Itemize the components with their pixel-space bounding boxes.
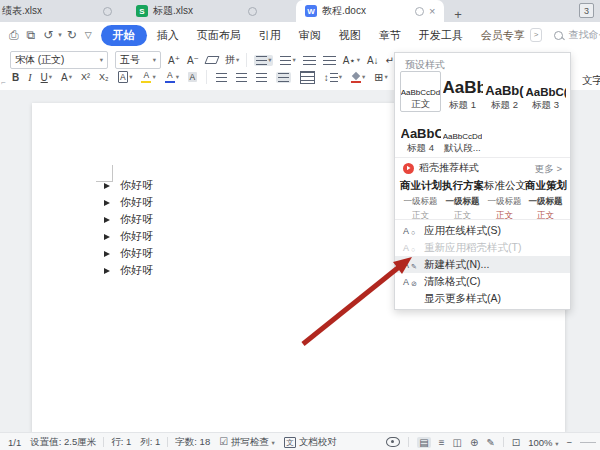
menu-apply-online-style[interactable]: A○ 应用在线样式(S) xyxy=(395,222,570,239)
bullet-list-icon xyxy=(256,56,267,65)
clear-format-icon[interactable] xyxy=(206,56,218,64)
ribbon-tab-page-layout[interactable]: 页面布局 xyxy=(189,25,249,46)
phonetic-guide-button[interactable]: 拼 ▾ xyxy=(225,53,239,67)
customize-toolbar-icon[interactable]: ▽ xyxy=(82,30,95,40)
distribute-button[interactable] xyxy=(300,71,315,84)
eye-protection-icon[interactable] xyxy=(386,437,400,447)
ribbon-tab-member[interactable]: 会员专享 xyxy=(473,25,528,46)
template-style-strategy[interactable]: 商业策划 一级标题 正文 xyxy=(525,179,566,222)
tab-sheet2[interactable]: S 标题.xlsx xyxy=(127,0,266,22)
page-view-icon[interactable]: ▤ xyxy=(417,437,430,448)
subscript-button[interactable]: X₂ xyxy=(99,72,109,82)
print-preview-icon[interactable]: ⧉ xyxy=(24,28,39,42)
menu-show-more-styles[interactable]: 显示更多样式(A) xyxy=(395,290,570,307)
style-preset-heading2[interactable]: AaBb( 标题 2 xyxy=(484,71,525,112)
checkbox-icon: ☑ xyxy=(219,436,228,447)
increase-indent-button[interactable] xyxy=(323,56,336,65)
spell-check-toggle[interactable]: ☑ 拼写检查 ▾ xyxy=(219,436,275,449)
command-search-box[interactable]: 查找命令、搜索模板 xyxy=(554,28,600,42)
align-left-button[interactable] xyxy=(216,73,227,82)
doc-list-item[interactable]: 你好呀 xyxy=(104,177,153,194)
style-preset-default-para[interactable]: AaBbCcDd 默认段... xyxy=(442,114,483,155)
ribbon-tab-insert[interactable]: 插入 xyxy=(149,25,187,46)
template-style-official[interactable]: 标准公文 一级标题 正文 xyxy=(484,179,525,222)
font-size-select[interactable]: 五号 ▾ xyxy=(115,51,161,69)
style-preset-normal[interactable]: AaBbCcDd 正文 xyxy=(400,71,441,112)
ribbon-tab-home[interactable]: 开始 xyxy=(101,25,147,46)
fit-page-icon[interactable]: ⊡ xyxy=(512,437,520,448)
tab-pin-icon[interactable] xyxy=(415,7,424,16)
bullet-list-button[interactable]: ▾ xyxy=(254,55,273,66)
ribbon-tab-review[interactable]: 审阅 xyxy=(291,25,329,46)
menu-reapply-docer-style[interactable]: A○ 重新应用稻壳样式(T) xyxy=(395,239,570,256)
underline-button[interactable]: U ▾ xyxy=(41,72,53,83)
tab-close-icon[interactable]: × xyxy=(429,6,435,17)
tab-sheet1[interactable]: 绩表.xlsx xyxy=(0,0,121,22)
word-count[interactable]: 字数: 18 xyxy=(175,436,210,449)
align-right-button[interactable] xyxy=(256,73,267,82)
doc-list-item[interactable]: 你好呀 xyxy=(104,262,153,279)
print-icon[interactable]: ⎙ xyxy=(6,28,22,42)
zoom-out-button[interactable]: − xyxy=(566,437,572,448)
ribbon-tab-references[interactable]: 引用 xyxy=(251,25,289,46)
align-center-button[interactable] xyxy=(236,73,247,82)
doc-list-item[interactable]: 你好呀 xyxy=(104,245,153,262)
paragraph-shading-button[interactable]: ▾ xyxy=(351,72,365,83)
ribbon-tab-view[interactable]: 视图 xyxy=(331,25,369,46)
more-styles-link[interactable]: 更多 > xyxy=(535,163,562,176)
text-style-button[interactable]: A ▾ xyxy=(61,72,72,83)
grow-font-button[interactable]: A⁺ xyxy=(168,55,180,66)
ribbon-expand-chip[interactable]: > xyxy=(530,28,543,42)
italic-button[interactable]: I xyxy=(28,72,31,83)
doc-list-item[interactable]: 你好呀 xyxy=(104,211,153,228)
shrink-font-button[interactable]: A⁻ xyxy=(187,55,199,66)
doc-proof-button[interactable]: 文 文档校对 xyxy=(284,436,337,449)
sort-button[interactable]: A↓ xyxy=(367,55,379,66)
tab-label: 标题.xlsx xyxy=(153,4,193,18)
outline-view-icon[interactable]: ≡ xyxy=(439,437,445,448)
redo-icon[interactable]: ↻ xyxy=(64,28,80,42)
spreadsheet-file-icon: S xyxy=(136,5,148,17)
web-view-icon[interactable]: ⊕ xyxy=(470,437,478,448)
borders-button[interactable]: ⊞ ▾ xyxy=(374,71,387,84)
undo-caret-icon[interactable]: ▾ xyxy=(58,31,62,39)
chevron-down-icon: ▾ xyxy=(152,73,155,81)
line-spacing-button[interactable]: ↕ ▾ xyxy=(324,72,342,83)
new-tab-button[interactable]: + xyxy=(454,7,462,22)
ribbon-right-group-label[interactable]: 文字 xyxy=(582,74,600,88)
tab-pin-icon[interactable] xyxy=(248,7,257,16)
bold-button[interactable]: B xyxy=(12,72,19,83)
font-name-select[interactable]: 宋体 (正文) ▾ xyxy=(10,51,108,69)
undo-icon[interactable]: ↺ xyxy=(40,28,56,42)
ribbon-tab-section[interactable]: 章节 xyxy=(371,25,409,46)
menu-clear-format[interactable]: A⊘ 清除格式(C) xyxy=(395,273,570,290)
superscript-button[interactable]: X² xyxy=(81,72,90,82)
window-count-badge[interactable]: 3 xyxy=(579,3,594,18)
numbered-list-button[interactable]: ▾ xyxy=(280,56,295,65)
book-view-icon[interactable]: ◫ xyxy=(453,437,462,448)
font-color-button[interactable]: A ▾ xyxy=(165,71,179,83)
tab-pin-icon[interactable] xyxy=(103,7,112,16)
highlight-button[interactable]: A ▾ xyxy=(141,71,155,83)
zoom-slider[interactable] xyxy=(580,442,596,443)
zoom-level[interactable]: 100% ▾ xyxy=(528,437,558,448)
page-number[interactable]: 1/1 xyxy=(8,437,21,448)
style-preset-heading3[interactable]: AaBbC( 标题 3 xyxy=(525,71,566,112)
ribbon-tab-devtools[interactable]: 开发工具 xyxy=(411,25,471,46)
tab-document-active[interactable]: W 教程.docx × xyxy=(296,0,444,22)
doc-list-item[interactable]: 你好呀 xyxy=(104,194,153,211)
template-style-business-plan[interactable]: 商业计划 一级标题 正文 xyxy=(400,179,441,222)
template-style-execution[interactable]: 执行方案 一级标题 正文 xyxy=(442,179,483,222)
justify-button[interactable] xyxy=(276,72,291,83)
margin-setting[interactable]: 设置值: 2.5厘米 xyxy=(30,436,96,449)
style-preset-heading4[interactable]: AaBbC 标题 4 xyxy=(400,114,441,155)
decrease-indent-button[interactable] xyxy=(303,56,316,65)
menu-new-style[interactable]: A✎ 新建样式(N)... xyxy=(395,256,570,273)
doc-list-item[interactable]: 你好呀 xyxy=(104,228,153,245)
char-shading-button[interactable]: A xyxy=(188,72,197,82)
style-preset-heading1[interactable]: AaBb 标题 1 xyxy=(442,71,483,112)
char-border-button[interactable]: A ▾ xyxy=(118,71,133,83)
docer-recommended-row[interactable]: 稻壳推荐样式 xyxy=(403,161,479,175)
text-effects-button[interactable]: A⋆ ▾ xyxy=(343,55,360,66)
pen-edit-icon[interactable]: ✎ xyxy=(486,437,494,448)
